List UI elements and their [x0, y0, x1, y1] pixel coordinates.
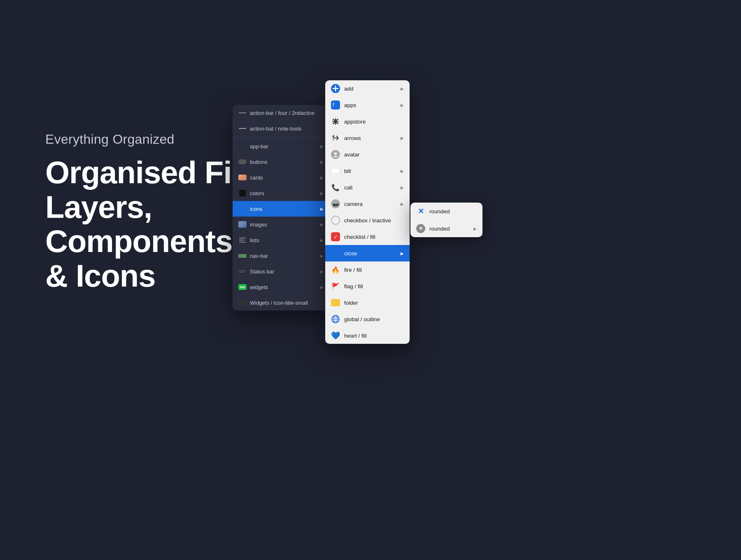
- layers-item-buttons[interactable]: buttons ▶: [233, 154, 329, 170]
- layers-item-lists[interactable]: lists ▶: [233, 232, 329, 248]
- chevron-icon: ▶: [320, 222, 324, 227]
- layers-item-images[interactable]: images ▶: [233, 217, 329, 232]
- svg-point-13: [334, 152, 337, 155]
- chevron-icon: ▶: [401, 202, 404, 206]
- chevron-icon: ▶: [401, 251, 404, 256]
- submenu-item-rounded-2[interactable]: ✕ rounded ▶: [410, 220, 482, 237]
- icons-item-folder[interactable]: folder: [325, 294, 410, 311]
- icons-item-apps[interactable]: f apps ▶: [325, 97, 410, 113]
- icons-item-avatar[interactable]: avatar: [325, 146, 410, 163]
- icons-item-add[interactable]: add ▶: [325, 80, 410, 97]
- chevron-icon: ▶: [320, 191, 324, 196]
- close-submenu: ✕ rounded ✕ rounded ▶: [410, 203, 482, 237]
- icons-item-close[interactable]: close ▶: [325, 245, 410, 261]
- chevron-icon: ▶: [320, 160, 324, 164]
- layers-item-widgets[interactable]: RN widgets ▶: [233, 279, 329, 295]
- layers-item-icons[interactable]: icons ▶: [233, 201, 329, 217]
- chevron-icon: ▶: [401, 136, 404, 140]
- icons-item-checklist[interactable]: ✓ checklist / fill: [325, 229, 410, 245]
- icons-item-call[interactable]: 📞 call ▶: [325, 179, 410, 196]
- chevron-icon: ▶: [320, 207, 324, 211]
- icons-panel: add ▶ f apps ▶ appstore: [325, 80, 410, 344]
- chevron-icon: ▶: [320, 269, 324, 274]
- icons-item-bill[interactable]: bill ▶: [325, 163, 410, 179]
- submenu-item-rounded-1[interactable]: ✕ rounded: [410, 203, 482, 220]
- icons-item-arrows[interactable]: arrows ▶: [325, 130, 410, 146]
- icons-item-fire[interactable]: 🔥 fire / fill: [325, 261, 410, 278]
- chevron-icon: ▶: [320, 144, 324, 149]
- chevron-icon: ▶: [473, 226, 477, 231]
- chevron-icon: ▶: [320, 175, 324, 180]
- chevron-icon: ▶: [320, 238, 324, 243]
- chevron-icon: ▶: [401, 169, 404, 173]
- layers-item-action-bat[interactable]: action-bat / note-tools: [233, 121, 329, 136]
- layers-item-app-bar[interactable]: app-bar ▶: [233, 138, 329, 154]
- icons-item-appstore[interactable]: appstore: [325, 113, 410, 130]
- layers-item-status-bar[interactable]: Status bar ▶: [233, 264, 329, 279]
- chevron-icon: ▶: [401, 103, 404, 107]
- layers-item-widgets-icon[interactable]: Widgets / icon-title-small: [233, 295, 329, 310]
- chevron-icon: ▶: [401, 185, 404, 190]
- layers-item-colors[interactable]: colors ▶: [233, 185, 329, 201]
- icons-item-global[interactable]: global / outline: [325, 311, 410, 327]
- icons-item-flag[interactable]: 🚩 flag / fill: [325, 278, 410, 294]
- chevron-icon: ▶: [401, 86, 404, 91]
- layers-panel: action-bar / four / 2ndactive action-bat…: [233, 105, 329, 310]
- icons-item-heart[interactable]: 💙 heart / fill: [325, 327, 410, 344]
- svg-text:f: f: [333, 102, 334, 108]
- icons-item-checkbox[interactable]: checkbox / inactive: [325, 212, 410, 229]
- layers-item-nav-bar[interactable]: nav-bar ▶: [233, 248, 329, 264]
- chevron-icon: ▶: [320, 285, 324, 289]
- layers-item-action-bar[interactable]: action-bar / four / 2ndactive: [233, 105, 329, 121]
- chevron-icon: ▶: [320, 254, 324, 258]
- layers-item-cards[interactable]: cards ▶: [233, 170, 329, 185]
- icons-item-camera[interactable]: 📷 camera ▶: [325, 196, 410, 212]
